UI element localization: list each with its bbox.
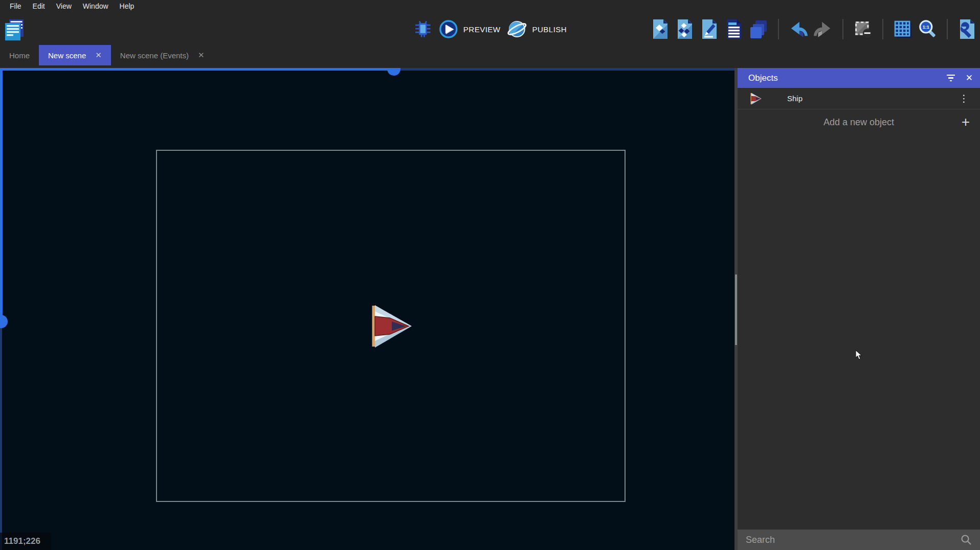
project-settings-icon[interactable]	[957, 18, 977, 40]
objects-panel-body	[738, 135, 980, 530]
more-options-icon[interactable]: ⋮	[955, 93, 973, 104]
close-icon[interactable]: ✕	[198, 51, 205, 60]
menu-help[interactable]: Help	[114, 1, 140, 12]
vertical-scrollbar[interactable]	[0, 327, 2, 550]
toolbar: PREVIEW PUBLISH	[0, 13, 980, 45]
tab-label: Home	[9, 51, 30, 60]
tab-label: New scene	[48, 51, 86, 60]
filter-icon[interactable]	[944, 72, 957, 85]
project-manager-icon[interactable]	[4, 18, 25, 41]
toolbar-separator	[882, 19, 883, 39]
ship-thumbnail-icon	[750, 93, 762, 105]
horizontal-scrollbar[interactable]	[399, 68, 734, 71]
tab-bar: Home New scene ✕ New scene (Events) ✕	[0, 45, 980, 68]
menu-bar: File Edit View Window Help	[0, 0, 980, 13]
deselect-icon[interactable]	[853, 18, 873, 40]
tab-new-scene[interactable]: New scene ✕	[39, 45, 111, 65]
grid-icon[interactable]	[893, 18, 912, 40]
publish-icon	[506, 19, 527, 39]
horizontal-scrollbar[interactable]	[0, 68, 388, 71]
menu-file[interactable]: File	[4, 1, 27, 12]
properties-icon[interactable]	[700, 18, 719, 40]
toolbar-separator	[947, 19, 948, 39]
objects-panel: Objects ✕ Ship ⋮ Add a ne	[738, 68, 980, 550]
objects-panel-header: Objects ✕	[738, 68, 980, 88]
add-object-row[interactable]: Add a new object +	[738, 109, 980, 135]
tab-home[interactable]: Home	[0, 45, 39, 65]
toolbar-right: 1:1	[651, 13, 977, 45]
preview-button[interactable]: PREVIEW	[439, 19, 501, 39]
scene-canvas[interactable]: 1191;226	[0, 68, 734, 550]
panel-title: Objects	[748, 73, 944, 83]
close-icon[interactable]: ✕	[95, 51, 102, 60]
svg-text:1:1: 1:1	[923, 25, 929, 30]
object-groups-icon[interactable]	[675, 18, 695, 40]
play-icon	[439, 19, 458, 39]
vertical-scrollbar[interactable]	[0, 68, 3, 316]
menu-view[interactable]: View	[51, 1, 77, 12]
tab-label: New scene (Events)	[120, 51, 189, 60]
toolbar-center: PREVIEW PUBLISH	[413, 13, 567, 45]
main-area: 1191;226 Objects ✕	[0, 68, 980, 550]
mouse-cursor-icon	[855, 350, 863, 360]
vertical-scrollbar-knob[interactable]	[0, 315, 8, 328]
ship-instance[interactable]	[369, 304, 412, 348]
objects-editor-icon[interactable]	[651, 18, 670, 40]
instances-list-icon[interactable]	[724, 18, 744, 40]
close-icon[interactable]: ✕	[966, 73, 973, 83]
coordinates-value: 1191;226	[4, 536, 40, 546]
redo-icon[interactable]	[813, 18, 833, 40]
toolbar-separator	[778, 19, 779, 39]
layers-icon[interactable]	[749, 18, 768, 40]
undo-icon[interactable]	[789, 18, 808, 40]
preview-label: PREVIEW	[463, 25, 501, 34]
object-row-ship[interactable]: Ship ⋮	[738, 88, 980, 109]
gdevelop-window: File Edit View Window Help	[0, 0, 980, 550]
menu-window[interactable]: Window	[77, 1, 114, 12]
object-name: Ship	[787, 94, 955, 103]
cursor-coordinates: 1191;226	[0, 533, 51, 550]
add-object-label: Add a new object	[823, 117, 894, 128]
horizontal-scrollbar-knob[interactable]	[387, 68, 400, 76]
debug-icon[interactable]	[413, 18, 433, 40]
publish-label: PUBLISH	[532, 25, 567, 34]
search-input[interactable]	[746, 535, 961, 545]
add-icon[interactable]: +	[962, 115, 970, 129]
panel-scrollbar-thumb[interactable]	[735, 274, 737, 345]
object-search-bar[interactable]	[738, 530, 980, 550]
tab-new-scene-events[interactable]: New scene (Events) ✕	[111, 45, 214, 65]
search-icon	[961, 534, 972, 545]
toolbar-separator	[842, 19, 843, 39]
publish-button[interactable]: PUBLISH	[506, 19, 567, 39]
menu-edit[interactable]: Edit	[27, 1, 51, 12]
zoom-original-icon[interactable]: 1:1	[918, 18, 937, 40]
